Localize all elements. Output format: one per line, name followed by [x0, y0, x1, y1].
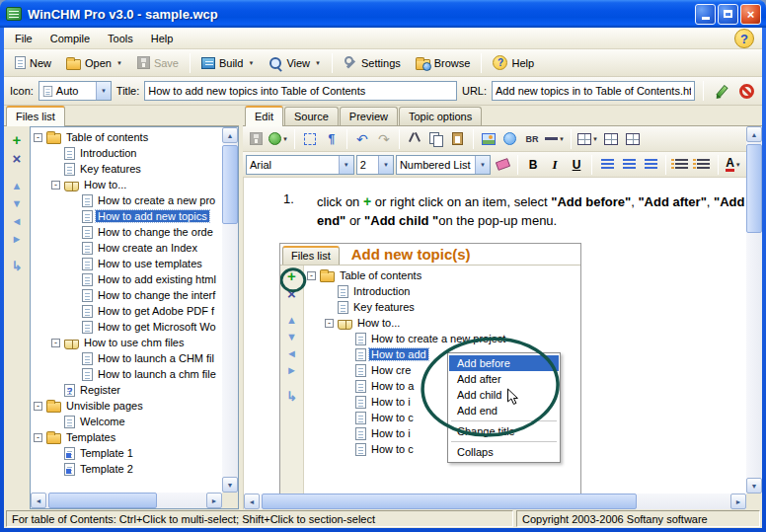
scroll-left-icon[interactable]: ◄	[31, 493, 46, 508]
table-columns-button[interactable]	[623, 129, 643, 149]
hr-dropdown-icon[interactable]: ▼	[559, 136, 565, 142]
editor-vertical-scrollbar[interactable]: ▲ ▼	[746, 126, 762, 509]
remove-format-button[interactable]	[493, 155, 512, 175]
maximize-button[interactable]	[718, 4, 738, 25]
table-rows-button[interactable]	[601, 129, 621, 149]
build-dropdown-icon[interactable]: ▼	[248, 60, 254, 66]
select-all-button[interactable]	[300, 129, 320, 149]
insert-link-button[interactable]	[500, 129, 520, 149]
tree-item[interactable]: -Unvisible pages	[31, 398, 222, 414]
edit-url-button[interactable]	[712, 81, 731, 101]
scroll-down-icon[interactable]: ▼	[222, 477, 238, 493]
publish-dropdown-icon[interactable]: ▼	[282, 136, 288, 142]
tree-item[interactable]: -Templates	[31, 429, 222, 445]
save-button[interactable]: Save	[130, 53, 186, 72]
tree-item[interactable]: How to get Adobe PDF f	[31, 303, 222, 319]
font-select[interactable]: Arial ▼	[246, 155, 354, 175]
tree-item-selected[interactable]: How to add new topics	[31, 208, 222, 224]
menu-compile[interactable]: Compile	[41, 29, 99, 48]
tree-item[interactable]: How to launch a CHM fil	[31, 350, 222, 366]
assistant-icon[interactable]: ?	[734, 29, 754, 48]
move-down-button[interactable]: ▼	[12, 198, 23, 209]
tree-item[interactable]: Template 1	[31, 445, 222, 461]
tree-item[interactable]: -Table of contents	[31, 129, 222, 145]
move-left-button[interactable]: ◄	[12, 216, 23, 227]
tree-vertical-scrollbar[interactable]: ▲ ▼	[222, 127, 238, 493]
scroll-thumb[interactable]	[48, 493, 157, 508]
view-dropdown-icon[interactable]: ▼	[315, 60, 321, 66]
tree-item[interactable]: How to add existing html	[31, 271, 222, 287]
cut-button[interactable]	[405, 129, 424, 149]
menu-file[interactable]: File	[6, 29, 41, 48]
insert-break-button[interactable]: BR	[522, 129, 542, 149]
add-child-button[interactable]: ↳	[12, 261, 23, 272]
open-dropdown-icon[interactable]: ▼	[116, 60, 122, 66]
undo-button[interactable]: ↶	[352, 129, 372, 149]
scroll-up-icon[interactable]: ▲	[746, 126, 762, 142]
scroll-down-icon[interactable]: ▼	[746, 478, 762, 494]
show-paragraph-button[interactable]: ¶	[322, 129, 342, 149]
tree-item[interactable]: Key features	[31, 161, 222, 177]
add-topic-button[interactable]: +	[13, 134, 22, 146]
tree-item[interactable]: How to change the interf	[31, 287, 222, 303]
font-size-dropdown-icon[interactable]: ▼	[378, 156, 393, 174]
scroll-thumb[interactable]	[262, 494, 637, 509]
browse-button[interactable]: Browse	[409, 53, 478, 73]
tree-item[interactable]: -How to use chm files	[31, 335, 222, 350]
collapse-icon[interactable]: -	[34, 402, 42, 411]
tree-item[interactable]: How to change the orde	[31, 224, 222, 240]
tab-topic-options[interactable]: Topic options	[399, 107, 482, 125]
redo-button[interactable]: ↷	[374, 129, 394, 149]
new-button[interactable]: New	[8, 53, 58, 72]
move-up-button[interactable]: ▲	[12, 181, 23, 191]
tab-preview[interactable]: Preview	[340, 107, 398, 125]
bold-button[interactable]: B	[523, 155, 543, 175]
collapse-icon[interactable]: -	[51, 181, 60, 190]
remove-url-button[interactable]	[736, 81, 756, 101]
insert-image-button[interactable]	[479, 129, 498, 149]
underline-button[interactable]: U	[567, 155, 586, 175]
tree-item[interactable]: Register	[31, 382, 222, 398]
icon-select-dropdown-icon[interactable]: ▼	[96, 82, 111, 100]
paste-button[interactable]	[448, 129, 468, 149]
tab-edit[interactable]: Edit	[245, 106, 283, 126]
font-size-select[interactable]: 2 ▼	[356, 155, 394, 175]
insert-table-button[interactable]: ▼	[576, 129, 599, 149]
close-button[interactable]: ×	[740, 4, 761, 25]
build-button[interactable]: Build▼	[194, 54, 261, 72]
collapse-icon[interactable]: -	[34, 433, 42, 442]
tree-horizontal-scrollbar[interactable]: ◄ ►	[31, 493, 222, 508]
publish-button[interactable]: ▼	[268, 129, 289, 149]
title-bar[interactable]: WinCHM Pro v3.0 - sample.wcp ×	[0, 0, 766, 28]
italic-button[interactable]: I	[545, 155, 565, 175]
align-left-button[interactable]	[597, 155, 617, 175]
tree-item[interactable]: How to use templates	[31, 256, 222, 271]
tab-files-list[interactable]: Files list	[6, 106, 65, 126]
url-input[interactable]	[492, 81, 695, 101]
settings-button[interactable]: Settings	[337, 53, 408, 73]
delete-topic-button[interactable]: ×	[13, 153, 22, 165]
tree-item[interactable]: How to get Microsoft Wo	[31, 319, 222, 335]
tab-source[interactable]: Source	[284, 107, 339, 125]
editor-save-button[interactable]	[246, 129, 266, 149]
menu-help[interactable]: Help	[142, 29, 183, 48]
scroll-right-icon[interactable]: ►	[206, 493, 222, 508]
font-color-dropdown-icon[interactable]: ▼	[735, 162, 741, 168]
tree-item[interactable]: -How to...	[31, 177, 222, 192]
scroll-right-icon[interactable]: ►	[730, 494, 746, 509]
ordered-list-button[interactable]	[671, 155, 691, 175]
view-button[interactable]: View▼	[262, 53, 328, 73]
editor-horizontal-scrollbar[interactable]: ◄ ►	[244, 494, 746, 509]
table-dropdown-icon[interactable]: ▼	[592, 136, 598, 142]
tree-item[interactable]: Template 2	[31, 461, 222, 477]
font-color-button[interactable]: A▼	[724, 155, 743, 175]
title-input[interactable]	[144, 81, 457, 101]
menu-tools[interactable]: Tools	[99, 29, 142, 48]
tree-item[interactable]: Welcome	[31, 414, 222, 429]
copy-button[interactable]	[426, 129, 446, 149]
move-right-button[interactable]: ►	[12, 234, 23, 245]
scroll-left-icon[interactable]: ◄	[244, 494, 260, 509]
list-style-dropdown-icon[interactable]: ▼	[475, 156, 490, 174]
collapse-icon[interactable]: -	[34, 133, 42, 142]
insert-hr-button[interactable]: ▼	[544, 129, 566, 149]
